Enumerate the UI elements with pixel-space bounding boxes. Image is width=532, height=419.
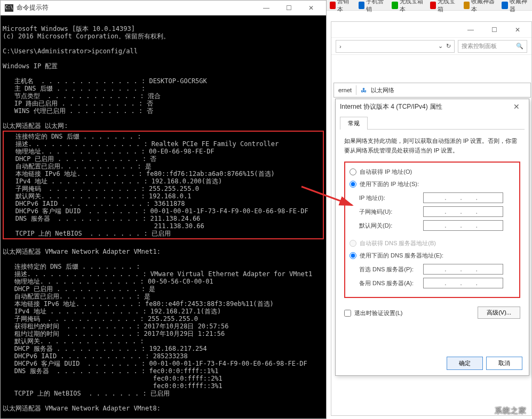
bookmark-icon	[430, 2, 436, 9]
dlg-tabs: 常规	[340, 116, 525, 130]
cp-titlebar[interactable]: — ☐ ✕	[331, 22, 531, 38]
cp-search-input[interactable]: 搜索控制面板🔍	[458, 40, 527, 53]
radio-manual-ip[interactable]: 使用下面的 IP 地址(S):	[350, 180, 515, 188]
bookmark-item[interactable]: 收藏神器	[498, 0, 532, 13]
chevron-right-icon: ›	[339, 43, 342, 50]
cmd-icon: C:\	[5, 4, 13, 12]
cmd-title: 命令提示符	[17, 3, 256, 12]
bookmark-item[interactable]: 收藏神器本	[460, 0, 499, 13]
watermark: 系统之家	[495, 406, 527, 416]
close-button[interactable]: ✕	[506, 23, 529, 37]
bookmark-item[interactable]: 无线宝箱本	[388, 0, 427, 13]
cmd-body[interactable]: Microsoft Windows [版本 10.0.14393] (c) 20…	[1, 15, 326, 419]
validate-checkbox[interactable]: 退出时验证设置(L)	[344, 309, 402, 317]
network-label: ernet	[338, 87, 352, 93]
radio-auto-dns: 自动获得 DNS 服务器地址(B)	[350, 239, 515, 247]
dns1-label: 首选 DNS 服务器(P):	[359, 265, 423, 273]
bookmark-icon	[330, 2, 336, 9]
bookmark-item[interactable]: 手机营销	[355, 0, 389, 13]
dlg-titlebar[interactable]: Internet 协议版本 4 (TCP/IPv4) 属性 ✕	[336, 99, 529, 114]
dlg-footer: 确定 取消	[447, 357, 522, 370]
network-item[interactable]: 以太网络	[371, 86, 394, 94]
cmd-window: C:\ 命令提示符 — ☐ ✕ Microsoft Windows [版本 10…	[0, 0, 327, 419]
dns1-input[interactable]: . . .	[423, 264, 503, 275]
ip-input[interactable]: . . .	[423, 192, 503, 203]
advanced-button[interactable]: 高级(V)...	[478, 307, 520, 319]
cmd-output-rest: 以太网适配器 VMware Network Adapter VMnet1: 连接…	[3, 248, 312, 419]
dlg-title: Internet 协议版本 4 (TCP/IPv4) 属性	[340, 102, 509, 111]
bookmark-icon	[392, 2, 398, 9]
network-connections-row: ernet 🖧 以太网络	[334, 83, 531, 98]
maximize-button[interactable]: ☐	[278, 2, 299, 14]
ip-label: IP 地址(I):	[359, 194, 423, 202]
cp-address-input[interactable]: ›⌄↻	[336, 40, 455, 53]
bookmark-icon	[359, 2, 365, 9]
tab-general[interactable]: 常规	[340, 117, 368, 130]
bookmark-item[interactable]: 无线宝箱	[427, 0, 460, 13]
dns2-label: 备用 DNS 服务器(A):	[359, 279, 423, 287]
radio-manual-dns[interactable]: 使用下面的 DNS 服务器地址(E):	[350, 252, 515, 260]
dropdown-icon[interactable]: ⌄	[438, 43, 443, 50]
tcpip-properties-dialog: Internet 协议版本 4 (TCP/IPv4) 属性 ✕ 常规 如果网络支…	[335, 99, 529, 376]
cp-address-row: ›⌄↻ 搜索控制面板🔍	[331, 38, 531, 55]
radio-auto-ip[interactable]: 自动获得 IP 地址(O)	[350, 168, 515, 176]
bookmark-icon	[464, 2, 470, 9]
dlg-description: 如果网络支持此功能，则可以获取自动指派的 IP 设置。否则，你需要从网络系统管理…	[344, 136, 520, 155]
bookmark-icon	[502, 2, 508, 9]
cmd-output-top: Microsoft Windows [版本 10.0.14393] (c) 20…	[3, 25, 207, 130]
refresh-icon[interactable]: ↻	[446, 43, 451, 50]
dns2-input[interactable]: . . .	[423, 278, 503, 288]
minimize-button[interactable]: —	[459, 23, 482, 37]
gateway-label: 默认网关(D):	[359, 222, 423, 230]
bookmarks-bar: 营销本 手机营销 无线宝箱本 无线宝箱 收藏神器本 收藏神器	[327, 0, 532, 11]
cmd-highlight-box: 连接特定的 DNS 后缀 . . . . . . . : 描述. . . . .…	[3, 131, 324, 239]
ok-button[interactable]: 确定	[447, 357, 483, 370]
dlg-body: 如果网络支持此功能，则可以获取自动指派的 IP 设置。否则，你需要从网络系统管理…	[336, 130, 529, 325]
cancel-button[interactable]: 取消	[486, 357, 522, 370]
bookmark-item[interactable]: 营销本	[327, 0, 355, 13]
dlg-settings-group: 自动获得 IP 地址(O) 使用下面的 IP 地址(S): IP 地址(I):.…	[344, 162, 520, 298]
mask-input[interactable]: . . .	[423, 206, 503, 217]
close-button[interactable]: ✕	[300, 2, 322, 14]
maximize-button[interactable]: ☐	[482, 23, 506, 37]
cmd-output-highlighted: 连接特定的 DNS 后缀 . . . . . . . : 描述. . . . .…	[4, 133, 308, 237]
mask-label: 子网掩码(U):	[359, 208, 423, 216]
minimize-button[interactable]: —	[256, 2, 277, 14]
gateway-input[interactable]: . . .	[423, 220, 503, 231]
close-button[interactable]: ✕	[509, 101, 525, 112]
cmd-titlebar[interactable]: C:\ 命令提示符 — ☐ ✕	[1, 1, 326, 15]
search-icon: 🔍	[516, 43, 523, 50]
